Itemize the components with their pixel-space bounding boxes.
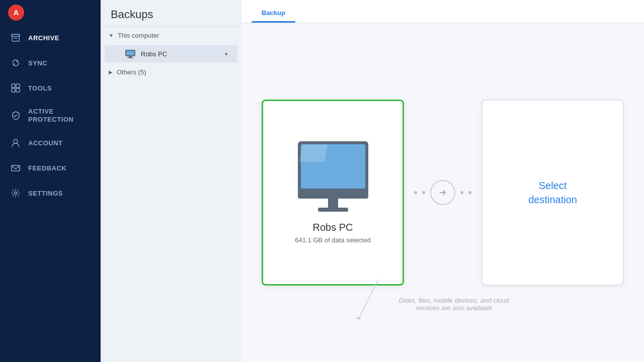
destination-card[interactable]: Select destination	[481, 100, 624, 286]
others-section[interactable]: ▶ Others (5)	[101, 63, 242, 81]
sidebar-item-settings-label: SETTINGS	[28, 190, 63, 197]
arrow-connector	[414, 180, 471, 205]
arrow-circle[interactable]	[430, 180, 455, 205]
sidebar-item-feedback-label: FEEDBACK	[28, 164, 66, 172]
others-label: Others (5)	[117, 68, 146, 76]
person-icon	[10, 137, 21, 148]
sidebar-item-sync-label: SYNC	[28, 59, 47, 67]
sidebar-item-account[interactable]: ACCOUNT	[0, 130, 101, 155]
archive-icon	[10, 32, 21, 43]
sidebar-item-sync[interactable]: SYNC	[0, 50, 101, 75]
monitor-screen	[298, 141, 368, 192]
source-card[interactable]: Robs PC 641.1 GB of data selected	[262, 100, 404, 286]
dot-right-2	[468, 191, 471, 194]
tools-icon	[10, 82, 21, 94]
svg-rect-3	[12, 88, 15, 92]
sidebar-item-tools-label: TOOLS	[28, 84, 52, 92]
svg-rect-10	[129, 56, 132, 57]
source-card-subtitle: 641.1 GB of data selected	[295, 236, 370, 244]
svg-rect-6	[12, 165, 20, 171]
dot-right	[460, 191, 463, 194]
svg-rect-11	[127, 57, 133, 58]
sidebar-item-active-protection[interactable]: ACTIVE PROTECTION	[0, 101, 101, 130]
sidebar-item-settings[interactable]: SETTINGS	[0, 180, 101, 206]
content-area: Robs PC 641.1 GB of data selected Select…	[242, 23, 644, 362]
robs-pc-item[interactable]: Robs PC ▾	[105, 45, 237, 62]
source-card-title: Robs PC	[313, 222, 353, 233]
svg-rect-0	[12, 34, 20, 36]
sidebar-item-feedback[interactable]: FEEDBACK	[0, 155, 101, 180]
app-logo: A	[0, 0, 101, 25]
sidebar-item-active-protection-label: ACTIVE PROTECTION	[28, 108, 73, 123]
svg-rect-2	[16, 84, 20, 87]
svg-point-5	[14, 139, 18, 143]
this-computer-section: ▼ This computer	[101, 27, 242, 44]
svg-rect-4	[16, 88, 20, 92]
sidebar-item-archive[interactable]: ARCHIVE	[0, 25, 101, 50]
sidebar-item-tools[interactable]: TOOLS	[0, 75, 101, 101]
dot-left	[414, 191, 417, 194]
monitor-icon	[298, 141, 368, 212]
robs-pc-label: Robs PC	[141, 50, 220, 58]
main-content: Backup Robs PC 641.1 GB of data selected	[242, 0, 644, 362]
footnote-area: Disks, files, mobile devices, and cloud …	[398, 319, 509, 342]
arrow-right-icon	[438, 188, 448, 198]
sidebar-item-account-label: ACCOUNT	[28, 139, 63, 147]
sidebar: A ARCHIVE SYNC	[0, 0, 101, 362]
tab-backup[interactable]: Backup	[252, 3, 295, 23]
left-panel-header: Backups	[101, 0, 242, 27]
sync-icon	[10, 57, 21, 68]
logo-icon: A	[8, 5, 24, 21]
svg-point-7	[15, 192, 17, 195]
monitor-small-icon	[125, 49, 136, 58]
shield-icon	[10, 110, 21, 121]
mail-icon	[10, 162, 21, 173]
destination-label: Select destination	[528, 178, 577, 207]
this-computer-label: This computer	[118, 32, 159, 39]
chevron-right-icon: ▶	[109, 69, 113, 75]
svg-point-12	[356, 317, 360, 319]
footnote-text: Disks, files, mobile devices, and cloud …	[398, 289, 509, 312]
svg-rect-9	[126, 51, 134, 55]
left-panel: Backups ▼ This computer Robs PC ▾ ▶ Othe…	[101, 0, 242, 362]
dot-left-2	[422, 191, 425, 194]
sidebar-item-archive-label: ARCHIVE	[28, 34, 59, 42]
robs-pc-chevron-icon: ▾	[225, 51, 227, 57]
chevron-down-icon: ▼	[109, 33, 114, 38]
gear-icon	[10, 188, 21, 199]
svg-rect-1	[12, 84, 15, 87]
tab-bar: Backup	[242, 0, 644, 23]
